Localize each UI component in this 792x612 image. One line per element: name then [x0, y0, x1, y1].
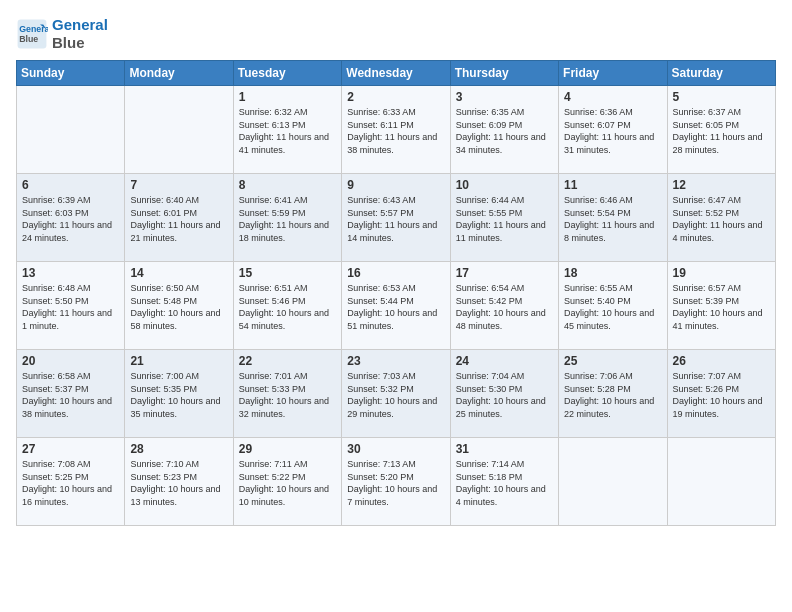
calendar-cell: 6Sunrise: 6:39 AM Sunset: 6:03 PM Daylig… — [17, 174, 125, 262]
day-number: 6 — [22, 178, 119, 192]
day-info: Sunrise: 7:13 AM Sunset: 5:20 PM Dayligh… — [347, 458, 444, 508]
day-number: 13 — [22, 266, 119, 280]
day-number: 23 — [347, 354, 444, 368]
calendar-week-row: 27Sunrise: 7:08 AM Sunset: 5:25 PM Dayli… — [17, 438, 776, 526]
day-number: 27 — [22, 442, 119, 456]
day-info: Sunrise: 7:10 AM Sunset: 5:23 PM Dayligh… — [130, 458, 227, 508]
day-info: Sunrise: 6:58 AM Sunset: 5:37 PM Dayligh… — [22, 370, 119, 420]
calendar-body: 1Sunrise: 6:32 AM Sunset: 6:13 PM Daylig… — [17, 86, 776, 526]
calendar-week-row: 20Sunrise: 6:58 AM Sunset: 5:37 PM Dayli… — [17, 350, 776, 438]
day-number: 30 — [347, 442, 444, 456]
day-number: 3 — [456, 90, 553, 104]
page-header: General Blue General Blue — [16, 16, 776, 52]
calendar-header-row: SundayMondayTuesdayWednesdayThursdayFrid… — [17, 61, 776, 86]
calendar-cell: 9Sunrise: 6:43 AM Sunset: 5:57 PM Daylig… — [342, 174, 450, 262]
day-info: Sunrise: 7:06 AM Sunset: 5:28 PM Dayligh… — [564, 370, 661, 420]
day-header-saturday: Saturday — [667, 61, 775, 86]
day-info: Sunrise: 6:39 AM Sunset: 6:03 PM Dayligh… — [22, 194, 119, 244]
day-number: 25 — [564, 354, 661, 368]
svg-text:Blue: Blue — [19, 34, 38, 44]
calendar-cell: 14Sunrise: 6:50 AM Sunset: 5:48 PM Dayli… — [125, 262, 233, 350]
day-number: 26 — [673, 354, 770, 368]
day-info: Sunrise: 6:35 AM Sunset: 6:09 PM Dayligh… — [456, 106, 553, 156]
day-header-monday: Monday — [125, 61, 233, 86]
day-info: Sunrise: 6:33 AM Sunset: 6:11 PM Dayligh… — [347, 106, 444, 156]
day-info: Sunrise: 6:55 AM Sunset: 5:40 PM Dayligh… — [564, 282, 661, 332]
day-number: 29 — [239, 442, 336, 456]
logo: General Blue General Blue — [16, 16, 108, 52]
calendar-cell: 3Sunrise: 6:35 AM Sunset: 6:09 PM Daylig… — [450, 86, 558, 174]
day-info: Sunrise: 6:54 AM Sunset: 5:42 PM Dayligh… — [456, 282, 553, 332]
calendar-cell: 10Sunrise: 6:44 AM Sunset: 5:55 PM Dayli… — [450, 174, 558, 262]
day-info: Sunrise: 7:04 AM Sunset: 5:30 PM Dayligh… — [456, 370, 553, 420]
calendar-cell: 21Sunrise: 7:00 AM Sunset: 5:35 PM Dayli… — [125, 350, 233, 438]
calendar-cell — [125, 86, 233, 174]
day-number: 7 — [130, 178, 227, 192]
calendar-cell — [667, 438, 775, 526]
day-number: 14 — [130, 266, 227, 280]
day-info: Sunrise: 7:07 AM Sunset: 5:26 PM Dayligh… — [673, 370, 770, 420]
calendar-cell: 17Sunrise: 6:54 AM Sunset: 5:42 PM Dayli… — [450, 262, 558, 350]
calendar-cell: 13Sunrise: 6:48 AM Sunset: 5:50 PM Dayli… — [17, 262, 125, 350]
day-info: Sunrise: 7:14 AM Sunset: 5:18 PM Dayligh… — [456, 458, 553, 508]
calendar-cell: 4Sunrise: 6:36 AM Sunset: 6:07 PM Daylig… — [559, 86, 667, 174]
day-info: Sunrise: 6:37 AM Sunset: 6:05 PM Dayligh… — [673, 106, 770, 156]
calendar-cell: 30Sunrise: 7:13 AM Sunset: 5:20 PM Dayli… — [342, 438, 450, 526]
day-info: Sunrise: 6:48 AM Sunset: 5:50 PM Dayligh… — [22, 282, 119, 332]
day-info: Sunrise: 7:11 AM Sunset: 5:22 PM Dayligh… — [239, 458, 336, 508]
calendar-cell: 28Sunrise: 7:10 AM Sunset: 5:23 PM Dayli… — [125, 438, 233, 526]
calendar-cell: 24Sunrise: 7:04 AM Sunset: 5:30 PM Dayli… — [450, 350, 558, 438]
day-number: 22 — [239, 354, 336, 368]
calendar-cell: 8Sunrise: 6:41 AM Sunset: 5:59 PM Daylig… — [233, 174, 341, 262]
logo-icon: General Blue — [16, 18, 48, 50]
day-number: 31 — [456, 442, 553, 456]
day-number: 20 — [22, 354, 119, 368]
day-info: Sunrise: 7:03 AM Sunset: 5:32 PM Dayligh… — [347, 370, 444, 420]
calendar-cell: 2Sunrise: 6:33 AM Sunset: 6:11 PM Daylig… — [342, 86, 450, 174]
calendar-cell: 1Sunrise: 6:32 AM Sunset: 6:13 PM Daylig… — [233, 86, 341, 174]
day-number: 9 — [347, 178, 444, 192]
day-info: Sunrise: 6:36 AM Sunset: 6:07 PM Dayligh… — [564, 106, 661, 156]
day-number: 1 — [239, 90, 336, 104]
calendar-cell: 25Sunrise: 7:06 AM Sunset: 5:28 PM Dayli… — [559, 350, 667, 438]
day-info: Sunrise: 6:50 AM Sunset: 5:48 PM Dayligh… — [130, 282, 227, 332]
calendar-cell: 12Sunrise: 6:47 AM Sunset: 5:52 PM Dayli… — [667, 174, 775, 262]
day-number: 8 — [239, 178, 336, 192]
day-info: Sunrise: 6:46 AM Sunset: 5:54 PM Dayligh… — [564, 194, 661, 244]
day-info: Sunrise: 7:01 AM Sunset: 5:33 PM Dayligh… — [239, 370, 336, 420]
calendar-cell — [17, 86, 125, 174]
day-number: 5 — [673, 90, 770, 104]
day-info: Sunrise: 7:08 AM Sunset: 5:25 PM Dayligh… — [22, 458, 119, 508]
logo-text: General Blue — [52, 16, 108, 52]
day-number: 24 — [456, 354, 553, 368]
day-number: 19 — [673, 266, 770, 280]
day-number: 11 — [564, 178, 661, 192]
calendar-cell: 18Sunrise: 6:55 AM Sunset: 5:40 PM Dayli… — [559, 262, 667, 350]
day-info: Sunrise: 6:57 AM Sunset: 5:39 PM Dayligh… — [673, 282, 770, 332]
day-header-tuesday: Tuesday — [233, 61, 341, 86]
day-info: Sunrise: 6:32 AM Sunset: 6:13 PM Dayligh… — [239, 106, 336, 156]
day-info: Sunrise: 7:00 AM Sunset: 5:35 PM Dayligh… — [130, 370, 227, 420]
calendar-cell: 23Sunrise: 7:03 AM Sunset: 5:32 PM Dayli… — [342, 350, 450, 438]
calendar-cell — [559, 438, 667, 526]
calendar-cell: 19Sunrise: 6:57 AM Sunset: 5:39 PM Dayli… — [667, 262, 775, 350]
day-info: Sunrise: 6:53 AM Sunset: 5:44 PM Dayligh… — [347, 282, 444, 332]
day-number: 16 — [347, 266, 444, 280]
calendar-cell: 11Sunrise: 6:46 AM Sunset: 5:54 PM Dayli… — [559, 174, 667, 262]
calendar-week-row: 13Sunrise: 6:48 AM Sunset: 5:50 PM Dayli… — [17, 262, 776, 350]
day-number: 18 — [564, 266, 661, 280]
calendar-week-row: 1Sunrise: 6:32 AM Sunset: 6:13 PM Daylig… — [17, 86, 776, 174]
calendar-cell: 7Sunrise: 6:40 AM Sunset: 6:01 PM Daylig… — [125, 174, 233, 262]
day-number: 21 — [130, 354, 227, 368]
day-header-sunday: Sunday — [17, 61, 125, 86]
day-number: 15 — [239, 266, 336, 280]
day-header-friday: Friday — [559, 61, 667, 86]
day-info: Sunrise: 6:51 AM Sunset: 5:46 PM Dayligh… — [239, 282, 336, 332]
calendar-week-row: 6Sunrise: 6:39 AM Sunset: 6:03 PM Daylig… — [17, 174, 776, 262]
day-header-wednesday: Wednesday — [342, 61, 450, 86]
day-number: 4 — [564, 90, 661, 104]
day-info: Sunrise: 6:44 AM Sunset: 5:55 PM Dayligh… — [456, 194, 553, 244]
day-number: 28 — [130, 442, 227, 456]
calendar-cell: 5Sunrise: 6:37 AM Sunset: 6:05 PM Daylig… — [667, 86, 775, 174]
calendar-cell: 31Sunrise: 7:14 AM Sunset: 5:18 PM Dayli… — [450, 438, 558, 526]
